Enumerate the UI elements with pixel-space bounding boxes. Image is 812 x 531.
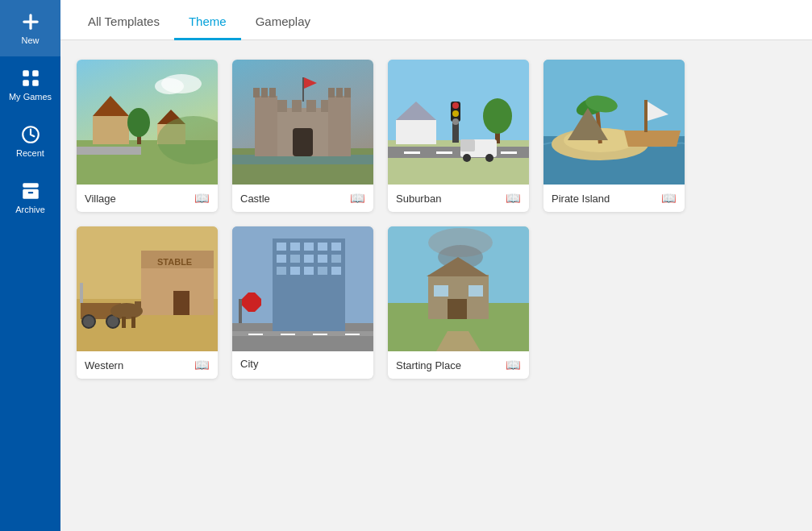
template-name-village: Village [85, 193, 116, 205]
sidebar-item-my-games[interactable]: My Games [0, 56, 60, 113]
template-card-village[interactable]: Village 📖 [77, 60, 218, 212]
sidebar-item-recent[interactable]: Recent [0, 113, 60, 169]
tab-all-templates[interactable]: All Templates [73, 3, 174, 40]
svg-rect-93 [304, 243, 314, 251]
template-footer-castle: Castle 📖 [232, 185, 373, 212]
svg-marker-40 [304, 77, 317, 89]
starting-place-scene [388, 226, 529, 351]
svg-rect-101 [277, 267, 286, 275]
svg-rect-90 [273, 239, 345, 335]
sidebar-my-games-label: My Games [9, 92, 52, 102]
suburban-scene [388, 60, 529, 185]
book-icon-suburban[interactable]: 📖 [506, 191, 521, 205]
svg-rect-37 [336, 88, 343, 97]
svg-point-60 [485, 154, 493, 162]
book-icon-castle[interactable]: 📖 [350, 191, 365, 205]
svg-rect-107 [248, 334, 263, 335]
village-scene [77, 60, 218, 185]
svg-rect-105 [331, 267, 341, 275]
svg-rect-84 [131, 317, 135, 328]
template-thumb-village [77, 60, 218, 185]
svg-rect-110 [345, 334, 360, 335]
svg-point-20 [155, 78, 184, 94]
svg-rect-94 [318, 243, 327, 251]
template-grid: Village 📖 [60, 40, 812, 531]
sidebar-item-archive[interactable]: Archive [0, 169, 60, 226]
template-thumb-suburban [388, 60, 529, 185]
template-card-starting-place[interactable]: Starting Place 📖 [388, 226, 529, 379]
template-thumb-western: STABLE [77, 226, 218, 351]
svg-rect-26 [292, 100, 302, 112]
svg-rect-2 [23, 70, 29, 77]
svg-marker-68 [624, 131, 681, 147]
svg-rect-32 [328, 96, 351, 156]
svg-rect-99 [318, 255, 327, 263]
svg-point-52 [452, 118, 459, 125]
svg-rect-82 [135, 301, 141, 313]
sidebar-new-label: New [21, 35, 39, 45]
template-thumb-pirate [543, 60, 685, 185]
svg-rect-3 [32, 70, 39, 77]
svg-rect-12 [93, 116, 129, 144]
svg-point-59 [463, 154, 471, 162]
svg-rect-58 [460, 139, 475, 151]
book-icon-starting-place[interactable]: 📖 [506, 358, 521, 372]
svg-rect-34 [261, 88, 268, 97]
svg-rect-39 [302, 77, 304, 102]
template-card-city[interactable]: City [232, 226, 373, 379]
tab-gameplay[interactable]: Gameplay [241, 3, 325, 40]
template-footer-city: City [232, 351, 373, 376]
template-thumb-city [232, 226, 373, 351]
svg-rect-11 [77, 147, 141, 155]
my-games-icon [20, 68, 41, 89]
svg-rect-85 [80, 283, 83, 303]
book-icon-village[interactable]: 📖 [194, 191, 210, 205]
recent-icon [20, 124, 41, 145]
sidebar-recent-label: Recent [16, 148, 44, 158]
svg-rect-92 [290, 243, 300, 251]
svg-rect-119 [434, 285, 448, 297]
plus-icon [20, 11, 41, 32]
sidebar: New My Games Recent Archive [0, 0, 60, 531]
svg-rect-120 [468, 285, 483, 297]
svg-rect-118 [448, 299, 467, 319]
template-thumb-starting-place [388, 226, 529, 351]
template-card-pirate-island[interactable]: Pirate Island 📖 [543, 60, 685, 212]
tab-theme[interactable]: Theme [174, 3, 241, 40]
template-card-suburban[interactable]: Suburban 📖 [388, 60, 529, 212]
sidebar-item-new[interactable]: New [0, 0, 60, 56]
svg-rect-103 [304, 267, 314, 275]
svg-rect-8 [23, 189, 39, 199]
template-footer-village: Village 📖 [77, 185, 218, 212]
template-footer-pirate-island: Pirate Island 📖 [543, 185, 685, 212]
template-name-castle: Castle [240, 193, 270, 205]
svg-rect-98 [304, 255, 314, 263]
svg-rect-61 [543, 60, 685, 140]
svg-rect-88 [239, 299, 242, 323]
book-icon-western[interactable]: 📖 [194, 358, 210, 372]
svg-rect-100 [331, 255, 341, 263]
main-content: All Templates Theme Gameplay [60, 0, 812, 531]
svg-rect-109 [313, 334, 327, 335]
svg-rect-31 [255, 96, 277, 156]
svg-rect-95 [331, 243, 341, 251]
template-name-suburban: Suburban [396, 193, 441, 205]
svg-rect-7 [23, 183, 39, 187]
sidebar-archive-label: Archive [15, 205, 45, 214]
svg-rect-108 [281, 334, 295, 335]
book-icon-pirate-island[interactable]: 📖 [661, 191, 677, 205]
svg-rect-9 [27, 192, 33, 193]
svg-rect-96 [277, 255, 286, 263]
svg-rect-35 [269, 88, 276, 97]
svg-rect-102 [290, 267, 300, 275]
template-card-western[interactable]: STABLE Western 📖 [77, 226, 218, 379]
svg-rect-77 [173, 291, 189, 315]
city-scene [232, 226, 373, 351]
template-card-castle[interactable]: Castle 📖 [232, 60, 373, 212]
svg-rect-45 [436, 151, 452, 154]
svg-rect-44 [404, 151, 420, 154]
svg-point-17 [127, 108, 150, 137]
svg-rect-53 [396, 120, 436, 144]
svg-point-50 [452, 102, 459, 109]
western-scene: STABLE [77, 226, 218, 351]
